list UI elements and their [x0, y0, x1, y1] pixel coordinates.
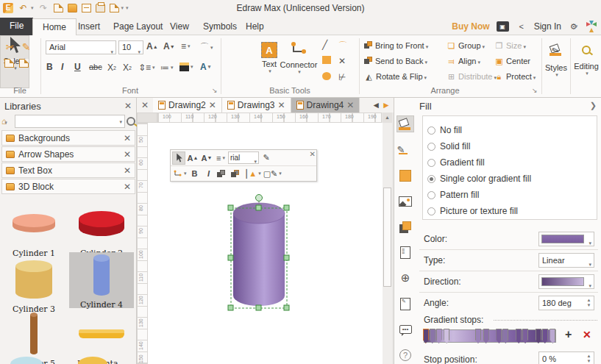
- send-to-back-button[interactable]: Send to Back▾: [364, 57, 427, 65]
- library-item-text-box[interactable]: Text Box✕: [1, 163, 135, 178]
- tab-scroll-right-icon[interactable]: ►: [382, 100, 391, 110]
- scrollbar-thumb[interactable]: [383, 188, 391, 287]
- shrink-font-icon[interactable]: A▼: [163, 41, 175, 51]
- canvas-vertical-scrollbar[interactable]: ▲: [383, 113, 392, 364]
- option-pattern-fill[interactable]: Pattern fill: [427, 187, 592, 203]
- library-search-icon[interactable]: [127, 117, 135, 126]
- underline-button[interactable]: U: [74, 62, 81, 72]
- bold-button[interactable]: B: [46, 62, 53, 72]
- tab-file[interactable]: File: [0, 18, 33, 35]
- option-no-fill[interactable]: No fill: [427, 122, 592, 138]
- tab-drawing2[interactable]: Drawing2✕: [153, 98, 222, 113]
- close-library-icon[interactable]: ✕: [124, 165, 131, 176]
- tab-drawing4[interactable]: Drawing4✕: [291, 98, 360, 113]
- color-dropdown[interactable]: ▾: [538, 232, 594, 246]
- shape-horizontal-cylinder[interactable]: Horizonta...: [69, 311, 134, 364]
- rectangle-tool-icon[interactable]: [322, 56, 331, 64]
- group-button[interactable]: ❏Group▾: [447, 41, 485, 51]
- gradient-stop-marker[interactable]: [436, 329, 442, 343]
- selected-cylinder-shape[interactable]: [227, 193, 291, 316]
- close-tab-icon[interactable]: ✕: [346, 100, 354, 110]
- save-icon[interactable]: [82, 4, 91, 13]
- format-painter-icon[interactable]: ✎: [22, 41, 31, 53]
- option-single-color-gradient-fill[interactable]: Single color gradient fill: [427, 171, 592, 187]
- line-spacing-icon[interactable]: ⇕≡▾: [138, 63, 155, 73]
- connector-tool-button[interactable]: Connector ▾: [280, 40, 318, 93]
- gradient-stop-marker[interactable]: [550, 329, 555, 343]
- arrange-dialog-launcher-icon[interactable]: ↘: [532, 87, 538, 94]
- gradient-stops-bar[interactable]: [424, 329, 556, 343]
- panel-collapse-icon[interactable]: ❯: [590, 101, 597, 110]
- copy-icon[interactable]: [4, 59, 14, 68]
- mini-font-combo[interactable]: rial▾: [228, 151, 259, 164]
- shape-cylinder-1[interactable]: Cylinder 1: [1, 201, 66, 258]
- bring-to-front-button[interactable]: Bring to Front▾: [364, 41, 428, 50]
- grow-font-icon[interactable]: A▲: [146, 41, 158, 51]
- mini-italic-button[interactable]: I: [202, 167, 216, 180]
- delete-stop-icon[interactable]: ✕: [583, 329, 591, 340]
- type-dropdown[interactable]: Linear▾: [538, 253, 594, 268]
- font-color-icon[interactable]: A▾: [200, 62, 210, 72]
- center-button[interactable]: ▣Center: [494, 57, 530, 66]
- mini-connector-icon[interactable]: ▾: [172, 167, 188, 180]
- gradient-stop-marker[interactable]: [536, 329, 541, 343]
- option-picture-texture-fill[interactable]: Picture or texture fill: [427, 203, 592, 219]
- line-tool-icon[interactable]: ╱: [322, 40, 327, 50]
- angle-spinner[interactable]: 180 deg▲▼: [538, 296, 594, 310]
- screenshot-icon[interactable]: ▣: [497, 21, 509, 32]
- gradient-stop-marker[interactable]: [522, 329, 528, 343]
- bullet-list-icon[interactable]: ≔▾: [160, 63, 174, 73]
- close-tab-icon[interactable]: ✕: [278, 100, 285, 110]
- close-library-icon[interactable]: ✕: [124, 182, 131, 192]
- gradient-stop-marker[interactable]: [496, 329, 502, 343]
- paste-icon[interactable]: ▾: [19, 59, 29, 68]
- note-tab-icon[interactable]: ✎: [396, 296, 414, 313]
- cut-icon[interactable]: ✂: [6, 41, 15, 53]
- font-dialog-launcher-icon[interactable]: ↘: [212, 87, 218, 94]
- option-solid-fill[interactable]: Solid fill: [427, 138, 592, 154]
- font-size-combo[interactable]: 10▾: [118, 40, 143, 54]
- library-item-backgrounds[interactable]: Backgrounds✕: [1, 130, 135, 146]
- gradient-stop-marker[interactable]: [430, 329, 435, 343]
- gradient-stop-marker[interactable]: [444, 329, 449, 343]
- mini-select-icon[interactable]: [172, 151, 185, 165]
- drawing-page[interactable]: ✕ A▲ A▼ ≡▾ rial▾ ✎ ▾ B I ⎮▲▾ ▢✎▾: [148, 123, 383, 364]
- shape-cylinder-2[interactable]: Cylinder 2: [69, 201, 134, 258]
- gradient-stop-marker[interactable]: [502, 329, 508, 343]
- gradient-stop-marker[interactable]: [516, 329, 522, 343]
- tab-scroll-left-icon[interactable]: ◄: [371, 100, 380, 110]
- close-tab-icon[interactable]: ✕: [209, 100, 216, 110]
- direction-dropdown[interactable]: ▾: [538, 274, 594, 289]
- spinner-arrows-icon[interactable]: ▲▼: [585, 353, 593, 364]
- close-library-icon[interactable]: ✕: [124, 149, 131, 160]
- mini-align-icon[interactable]: ≡▾: [214, 151, 227, 165]
- align-text-icon[interactable]: ≡▾: [181, 41, 191, 51]
- settings-gear-icon[interactable]: ⚙▾: [568, 21, 580, 32]
- mini-bold-button[interactable]: B: [188, 167, 202, 180]
- gradient-stop-marker[interactable]: [542, 329, 548, 343]
- font-family-combo[interactable]: Arial▾: [46, 40, 116, 54]
- arc-text-icon[interactable]: ⌒▾: [200, 41, 213, 54]
- tab-help[interactable]: Help: [236, 18, 274, 35]
- sign-in-link[interactable]: Sign In: [534, 21, 561, 32]
- open-icon[interactable]: [68, 4, 77, 13]
- strikethrough-button[interactable]: abc: [89, 63, 102, 71]
- curve-tool-icon[interactable]: ⌒: [338, 40, 347, 52]
- shape-cylinder-3[interactable]: Cylinder 3: [1, 257, 66, 314]
- delete-tool-icon[interactable]: ✕: [338, 56, 346, 66]
- fill-tab-icon[interactable]: [396, 115, 414, 132]
- mini-grow-font-icon[interactable]: A▲: [186, 151, 199, 165]
- mini-send-back-icon[interactable]: [230, 167, 243, 180]
- crop-tool-icon[interactable]: ⊬: [338, 72, 346, 82]
- library-home-icon[interactable]: ⌂▾: [1, 116, 13, 126]
- mini-shrink-font-icon[interactable]: A▼: [200, 151, 213, 165]
- share-icon[interactable]: <: [516, 21, 527, 32]
- spinner-arrows-icon[interactable]: ▲▼: [585, 297, 593, 309]
- mini-format-painter-icon[interactable]: ✎: [260, 151, 273, 165]
- shape-cylinder-5[interactable]: Cylinder 5: [1, 311, 66, 364]
- styles-button[interactable]: ✎ Styles ▾: [543, 40, 569, 93]
- mini-toolbar-close-icon[interactable]: ✕: [310, 150, 316, 158]
- highlight-icon[interactable]: ▾: [179, 63, 193, 71]
- export-dropdown-icon[interactable]: ▾: [121, 5, 124, 11]
- mini-bring-front-icon[interactable]: [216, 167, 230, 180]
